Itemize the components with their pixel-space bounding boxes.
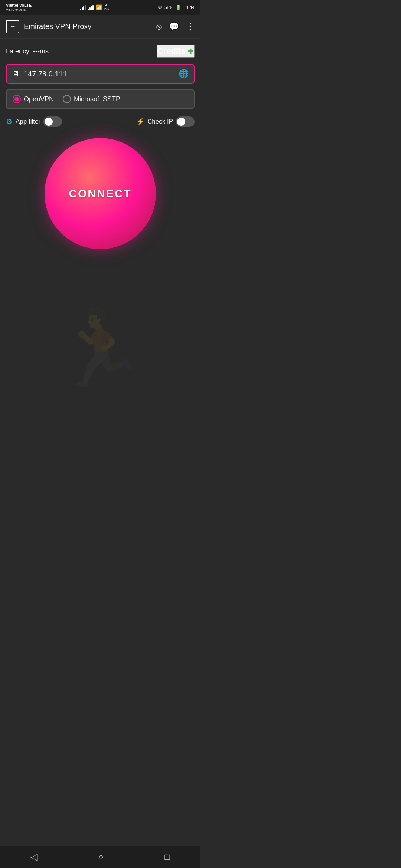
openvpn-radio[interactable] <box>13 95 21 103</box>
status-right: 👁 58% 🔋 11:44 <box>158 5 195 10</box>
check-ip-group: ⚡ Check IP <box>136 116 195 127</box>
latency-label: Latency: ---ms <box>6 47 49 55</box>
openvpn-radio-inner <box>14 97 19 101</box>
credits-plus-icon: + <box>188 45 194 57</box>
app-filter-label: App filter <box>16 118 40 125</box>
protocol-container: OpenVPN Microsoft SSTP <box>6 89 195 109</box>
speed-icon[interactable]: ⦸ <box>156 22 162 32</box>
app-logo-icon: → <box>6 20 19 33</box>
connect-button[interactable]: CONNECT <box>45 138 156 249</box>
lightning-icon: ⚡ <box>136 118 144 126</box>
server-input-container[interactable]: 🖥 🌐 <box>6 64 195 84</box>
signal-icon <box>80 5 86 10</box>
app-bar-actions: ⦸ 💬 ⋮ <box>156 22 195 32</box>
battery-percent: 58% <box>164 5 173 10</box>
check-ip-knob <box>177 118 185 126</box>
credits-label: Credits <box>157 46 186 56</box>
chat-icon[interactable]: 💬 <box>169 22 179 32</box>
eye-icon: 👁 <box>158 5 162 10</box>
battery-icon: 🔋 <box>176 5 181 10</box>
more-icon[interactable]: ⋮ <box>186 22 195 32</box>
protocol-openvpn[interactable]: OpenVPN <box>13 95 54 103</box>
carrier-info: Viettel VoLTE VINAPHONE <box>6 3 32 12</box>
toggles-row: ⚙ App filter ⚡ Check IP <box>6 116 195 127</box>
app-bar: → Emirates VPN Proxy ⦸ 💬 ⋮ <box>0 15 200 39</box>
check-ip-label: Check IP <box>147 118 173 125</box>
sstp-label: Microsoft SSTP <box>74 95 120 103</box>
protocol-sstp[interactable]: Microsoft SSTP <box>63 95 120 103</box>
server-input[interactable] <box>24 70 174 78</box>
signal-speed: 📶 93B/s <box>80 3 109 11</box>
connect-button-container: CONNECT <box>6 138 195 249</box>
credits-button[interactable]: Credits + <box>157 45 195 58</box>
speed-info: 93B/s <box>104 3 109 11</box>
sstp-radio[interactable] <box>63 95 71 103</box>
wifi-icon: 📶 <box>96 4 102 10</box>
gear-icon: ⚙ <box>6 117 13 126</box>
globe-icon[interactable]: 🌐 <box>179 69 189 79</box>
signal-icon-2 <box>88 5 94 10</box>
app-filter-knob <box>45 118 53 126</box>
carrier-name: Viettel VoLTE <box>6 3 32 8</box>
server-icon: 🖥 <box>12 70 19 78</box>
background-watermark: 🏃 <box>0 293 200 404</box>
app-title: Emirates VPN Proxy <box>24 22 152 31</box>
status-bar: Viettel VoLTE VINAPHONE 📶 93B/s 👁 58% 🔋 … <box>0 0 200 15</box>
check-ip-toggle[interactable] <box>176 116 195 127</box>
openvpn-label: OpenVPN <box>24 95 54 103</box>
latency-row: Latency: ---ms Credits + <box>6 45 195 58</box>
sub-carrier-name: VINAPHONE <box>6 8 32 12</box>
time: 11:44 <box>183 5 195 10</box>
main-content: Latency: ---ms Credits + 🖥 🌐 OpenVPN Mic… <box>0 39 200 270</box>
app-filter-toggle[interactable] <box>43 116 62 127</box>
connect-label: CONNECT <box>69 187 131 200</box>
app-filter-group: ⚙ App filter <box>6 116 62 127</box>
